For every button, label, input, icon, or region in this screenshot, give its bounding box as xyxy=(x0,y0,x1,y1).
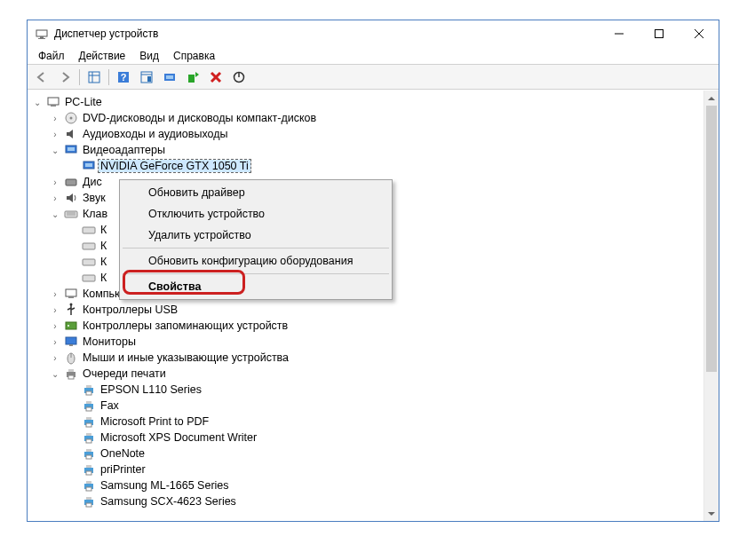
tree-item-label[interactable]: OneNote xyxy=(99,447,147,460)
menu-file[interactable]: Файл xyxy=(31,48,72,64)
tree-item[interactable]: ⌄Очереди печати xyxy=(29,366,702,382)
tree-item-label[interactable]: Microsoft XPS Document Writer xyxy=(99,431,258,444)
scroll-thumb[interactable] xyxy=(706,106,717,372)
maximize-button[interactable] xyxy=(639,20,679,47)
expander-icon[interactable]: ⌄ xyxy=(49,208,61,220)
scan-hardware-button[interactable] xyxy=(159,67,180,88)
tree-item[interactable]: EPSON L110 Series xyxy=(29,382,702,398)
tree-item-label[interactable]: Видеоадаптеры xyxy=(81,144,167,156)
tree-item-label[interactable]: Очереди печати xyxy=(81,367,168,380)
expander-icon[interactable]: › xyxy=(49,335,61,348)
context-menu-disable-device[interactable]: Отключить устройство xyxy=(122,203,390,225)
properties-button[interactable] xyxy=(136,67,157,88)
help-button[interactable]: ? xyxy=(113,67,134,88)
scroll-down-button[interactable] xyxy=(704,506,719,521)
tree-item[interactable]: Samsung ML-1665 Series xyxy=(29,477,702,493)
expander-icon[interactable]: › xyxy=(49,288,61,300)
forward-button[interactable] xyxy=(54,67,75,88)
expander-icon[interactable]: › xyxy=(49,192,61,204)
disk-icon xyxy=(64,175,78,189)
tree-item[interactable]: ›DVD-дисководы и дисководы компакт-диско… xyxy=(29,110,702,126)
titlebar[interactable]: Диспетчер устройств xyxy=(28,20,719,47)
tree-item-label[interactable]: Fax xyxy=(99,399,121,412)
tree-item-label[interactable]: К xyxy=(99,224,108,236)
tree-item[interactable]: Fax xyxy=(29,398,702,414)
show-hide-tree-button[interactable] xyxy=(83,67,105,88)
tree-item-label[interactable]: Звук xyxy=(81,192,107,204)
printer-icon xyxy=(82,383,96,397)
svg-rect-22 xyxy=(51,105,56,106)
device-tree[interactable]: ⌄ PC-Lite ›DVD-дисководы и дисководы ком… xyxy=(28,91,703,521)
disable-button[interactable] xyxy=(228,67,250,88)
tree-item[interactable]: OneNote xyxy=(29,446,702,461)
context-menu-refresh-config[interactable]: Обновить конфигурацию оборудования xyxy=(122,250,390,272)
tree-item-label[interactable]: Microsoft Print to PDF xyxy=(99,415,211,428)
context-menu-properties[interactable]: Свойства xyxy=(122,276,390,297)
update-driver-button[interactable] xyxy=(182,67,203,88)
tree-item[interactable]: NVIDIA GeForce GTX 1050 Ti xyxy=(29,158,702,174)
tree-item[interactable]: priPrinter xyxy=(29,461,702,477)
tree-item-label[interactable]: DVD-дисководы и дисководы компакт-дисков xyxy=(81,112,318,124)
tree-item-label[interactable]: К xyxy=(99,272,108,284)
tree-item[interactable]: ›Мыши и иные указывающие устройства xyxy=(29,350,702,366)
uninstall-button[interactable] xyxy=(205,67,226,88)
close-button[interactable] xyxy=(679,20,719,47)
expander-icon[interactable]: › xyxy=(49,351,61,364)
svg-rect-4 xyxy=(655,30,663,38)
tree-item[interactable]: ›Контроллеры запоминающих устройств xyxy=(29,318,702,334)
expander-icon[interactable]: › xyxy=(49,128,61,140)
svg-rect-56 xyxy=(86,417,91,420)
context-menu-update-driver[interactable]: Обновить драйвер xyxy=(122,182,390,203)
tree-item-label[interactable]: К xyxy=(99,240,108,252)
tree-item-label[interactable]: priPrinter xyxy=(99,463,147,476)
tree-item[interactable]: Microsoft XPS Document Writer xyxy=(29,430,702,446)
tree-item[interactable]: ⌄Видеоадаптеры xyxy=(29,142,702,158)
tree-item-label[interactable]: Мониторы xyxy=(81,335,138,348)
expander-icon[interactable]: › xyxy=(49,319,61,332)
svg-rect-50 xyxy=(86,385,91,388)
window-controls xyxy=(599,20,719,47)
tree-item-label[interactable]: NVIDIA GeForce GTX 1050 Ti xyxy=(99,160,250,172)
svg-rect-37 xyxy=(66,289,76,296)
printer-icon xyxy=(82,414,96,429)
tree-item-label[interactable]: Samsung ML-1665 Series xyxy=(99,479,231,492)
monitor-icon xyxy=(64,335,78,349)
vertical-scrollbar[interactable] xyxy=(703,91,719,521)
tree-item[interactable]: Samsung SCX-4623 Series xyxy=(29,493,702,509)
expander-icon[interactable]: ⌄ xyxy=(31,96,44,108)
expander-icon[interactable]: › xyxy=(49,176,61,188)
expander-icon[interactable]: ⌄ xyxy=(49,367,61,380)
printer-icon xyxy=(82,398,96,413)
tree-item-label[interactable]: Samsung SCX-4623 Series xyxy=(99,495,238,508)
svg-rect-38 xyxy=(68,296,74,298)
tree-item[interactable]: Microsoft Print to PDF xyxy=(29,414,702,430)
minimize-button[interactable] xyxy=(599,20,639,47)
menu-view[interactable]: Вид xyxy=(132,48,166,64)
tree-item-label[interactable]: Мыши и иные указывающие устройства xyxy=(81,351,290,364)
expander-icon[interactable]: ⌄ xyxy=(49,144,61,156)
tree-root-label[interactable]: PC-Lite xyxy=(63,96,104,108)
tree-item[interactable]: ›Контроллеры USB xyxy=(29,302,702,318)
keyboard-icon xyxy=(82,255,96,269)
expander-icon[interactable]: › xyxy=(49,112,61,124)
tree-item-label[interactable]: Контроллеры запоминающих устройств xyxy=(81,319,290,332)
printer-icon xyxy=(82,446,96,461)
scroll-up-button[interactable] xyxy=(704,91,719,106)
tree-item-label[interactable]: Дис xyxy=(81,176,104,188)
back-button[interactable] xyxy=(31,67,52,88)
tree-root[interactable]: ⌄ PC-Lite xyxy=(29,94,702,110)
tree-item-label[interactable]: К xyxy=(99,256,108,268)
svg-rect-65 xyxy=(86,465,91,468)
tree-item-label[interactable]: Аудиовходы и аудиовыходы xyxy=(81,128,229,140)
svg-point-39 xyxy=(70,304,73,306)
tree-item-label[interactable]: Клав xyxy=(81,208,109,220)
tree-item-label[interactable]: EPSON L110 Series xyxy=(99,383,203,396)
client-area: ⌄ PC-Lite ›DVD-дисководы и дисководы ком… xyxy=(28,90,719,521)
expander-icon[interactable]: › xyxy=(49,304,61,316)
menu-help[interactable]: Справка xyxy=(166,48,222,64)
tree-item-label[interactable]: Контроллеры USB xyxy=(81,304,179,316)
tree-item[interactable]: ›Мониторы xyxy=(29,334,702,350)
tree-item[interactable]: ›Аудиовходы и аудиовыходы xyxy=(29,126,702,142)
context-menu-delete-device[interactable]: Удалить устройство xyxy=(122,225,390,246)
menu-action[interactable]: Действие xyxy=(72,48,133,64)
